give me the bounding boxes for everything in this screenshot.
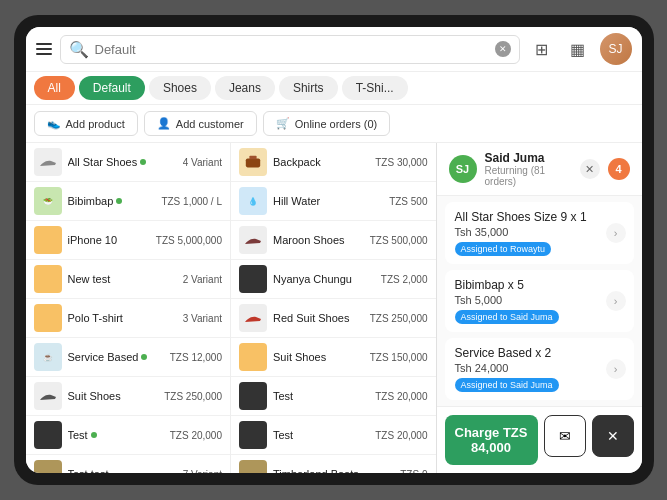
product-item[interactable]: 🥗 Bibimbap TZS 1,000 / L	[26, 182, 231, 221]
cart-item-name: Service Based x 2	[455, 346, 624, 360]
product-name: Red Suit Shoes	[273, 312, 364, 324]
product-thumb	[239, 343, 267, 371]
product-info: Hill Water	[273, 195, 383, 207]
product-name: iPhone 10	[68, 234, 150, 246]
barcode-icon[interactable]: ▦	[564, 35, 592, 63]
close-icon: ✕	[607, 428, 619, 444]
product-price: TZS 5,000,000	[156, 235, 222, 246]
online-orders-icon: 🛒	[276, 117, 290, 130]
product-item[interactable]: Timberland Boots TZS 0	[231, 455, 436, 473]
cart-item: All Star Shoes Size 9 x 1 Tsh 35,000 Ass…	[445, 202, 634, 264]
add-product-button[interactable]: 👟 Add product	[34, 111, 138, 136]
cat-tab-all[interactable]: All	[34, 76, 75, 100]
product-info: Suit Shoes	[68, 390, 159, 402]
product-name: Test	[68, 429, 164, 441]
cat-tab-shoes[interactable]: Shoes	[149, 76, 211, 100]
cart-avatar: SJ	[449, 155, 477, 183]
product-price: TZS 20,000	[375, 391, 427, 402]
product-thumb	[34, 421, 62, 449]
cat-tab-shirts[interactable]: Shirts	[279, 76, 338, 100]
menu-icon[interactable]	[36, 43, 52, 55]
product-thumb	[239, 460, 267, 473]
product-item[interactable]: Suit Shoes TZS 150,000	[231, 338, 436, 377]
product-info: Test	[273, 429, 369, 441]
product-thumb	[239, 265, 267, 293]
cat-tab-default[interactable]: Default	[79, 76, 145, 100]
svg-rect-1	[249, 156, 256, 160]
product-name: Maroon Shoes	[273, 234, 364, 246]
cart-item-remove-button[interactable]: ›	[606, 291, 626, 311]
product-item[interactable]: 💧 Hill Water TZS 500	[231, 182, 436, 221]
product-price: TZS 250,000	[370, 313, 428, 324]
product-item[interactable]: iPhone 10 TZS 5,000,000	[26, 221, 231, 260]
cart-item-name: All Star Shoes Size 9 x 1	[455, 210, 624, 224]
product-info: Test test	[68, 468, 177, 473]
product-info: Polo T-shirt	[68, 312, 177, 324]
cart-item-remove-button[interactable]: ›	[606, 359, 626, 379]
product-item[interactable]: Test TZS 20,000	[231, 416, 436, 455]
product-item[interactable]: Test TZS 20,000	[231, 377, 436, 416]
cart-item-name: Bibimbap x 5	[455, 278, 624, 292]
product-item[interactable]: Red Suit Shoes TZS 250,000	[231, 299, 436, 338]
product-item[interactable]: Polo T-shirt 3 Variant	[26, 299, 231, 338]
product-thumb	[34, 265, 62, 293]
cart-user-name: Said Juma	[485, 151, 572, 165]
cart-item-tag: Assigned to Said Juma	[455, 378, 559, 392]
cat-tab-jeans[interactable]: Jeans	[215, 76, 275, 100]
product-info: Suit Shoes	[273, 351, 364, 363]
avatar[interactable]: SJ	[600, 33, 632, 65]
product-name: All Star Shoes	[68, 156, 177, 168]
product-name: Timberland Boots	[273, 468, 394, 473]
product-info: Service Based	[68, 351, 164, 363]
product-thumb	[239, 382, 267, 410]
svg-rect-0	[246, 158, 260, 167]
clear-icon[interactable]: ✕	[495, 41, 511, 57]
product-item[interactable]: Test TZS 20,000	[26, 416, 231, 455]
cart-item-price: Tsh 35,000	[455, 226, 624, 238]
email-button[interactable]: ✉	[544, 415, 586, 457]
product-info: iPhone 10	[68, 234, 150, 246]
cart-cancel-button[interactable]: ✕	[592, 415, 634, 457]
cart-item: Bibimbap x 5 Tsh 5,000 Assigned to Said …	[445, 270, 634, 332]
cart-close-button[interactable]: ✕	[580, 159, 600, 179]
product-item[interactable]: ☕ Service Based TZS 12,000	[26, 338, 231, 377]
product-price: 2 Variant	[183, 274, 222, 285]
product-item[interactable]: Backpack TZS 30,000	[231, 143, 436, 182]
product-thumb	[239, 148, 267, 176]
charge-button[interactable]: Charge TZS 84,000	[445, 415, 538, 465]
cart-item-remove-button[interactable]: ›	[606, 223, 626, 243]
product-thumb: 🥗	[34, 187, 62, 215]
product-item[interactable]: Nyanya Chungu TZS 2,000	[231, 260, 436, 299]
product-info: New test	[68, 273, 177, 285]
product-price: TZS 1,000 / L	[161, 196, 222, 207]
product-name: Test	[273, 429, 369, 441]
product-item[interactable]: All Star Shoes 4 Variant	[26, 143, 231, 182]
online-orders-button[interactable]: 🛒 Online orders (0)	[263, 111, 391, 136]
product-item[interactable]: Test test 7 Variant	[26, 455, 231, 473]
cart-item-tag: Assigned to Said Juma	[455, 310, 559, 324]
cart-header: SJ Said Juma Returning (81 orders) ✕ 4	[437, 143, 642, 196]
product-info: Test	[68, 429, 164, 441]
search-input[interactable]	[95, 42, 489, 57]
product-thumb	[34, 304, 62, 332]
header: 🔍 ✕ ⊞ ▦ SJ	[26, 27, 642, 72]
product-price: TZS 30,000	[375, 157, 427, 168]
product-thumb	[34, 460, 62, 473]
product-item[interactable]: Suit Shoes TZS 250,000	[26, 377, 231, 416]
cart-panel: SJ Said Juma Returning (81 orders) ✕ 4 A…	[436, 143, 642, 473]
search-icon: 🔍	[69, 40, 89, 59]
product-info: Red Suit Shoes	[273, 312, 364, 324]
main-content: All Star Shoes 4 Variant 🥗 Bibimbap TZS …	[26, 143, 642, 473]
product-name: Suit Shoes	[273, 351, 364, 363]
cart-user-sub: Returning (81 orders)	[485, 165, 572, 187]
product-col-2: Backpack TZS 30,000 💧 Hill Water TZS 500	[231, 143, 436, 473]
grid-icon[interactable]: ⊞	[528, 35, 556, 63]
cat-tab-tshirts[interactable]: T-Shi...	[342, 76, 408, 100]
product-thumb	[239, 304, 267, 332]
add-customer-button[interactable]: 👤 Add customer	[144, 111, 257, 136]
product-info: Nyanya Chungu	[273, 273, 375, 285]
product-name: Hill Water	[273, 195, 383, 207]
product-item[interactable]: New test 2 Variant	[26, 260, 231, 299]
product-item[interactable]: Maroon Shoes TZS 500,000	[231, 221, 436, 260]
product-name: Polo T-shirt	[68, 312, 177, 324]
